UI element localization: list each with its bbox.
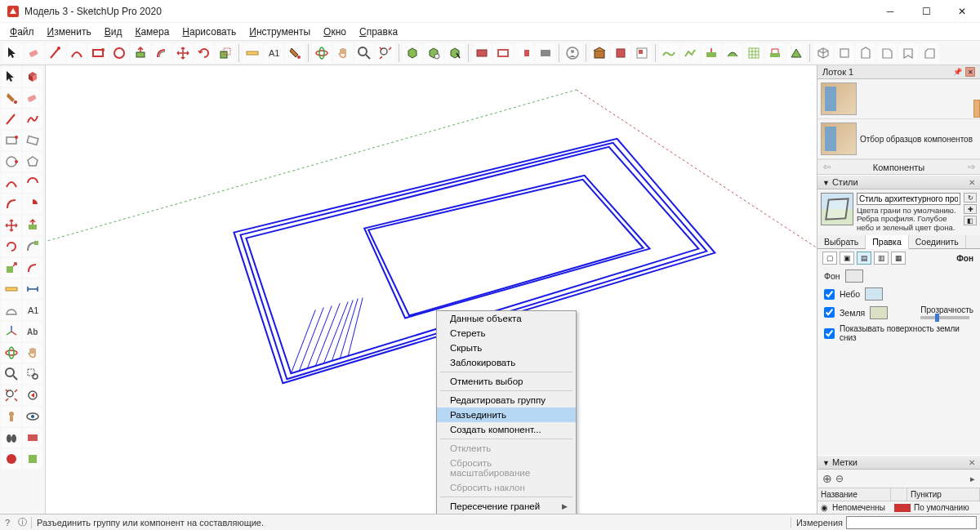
tool-offset[interactable] [152, 43, 172, 63]
tool-circle[interactable] [109, 43, 129, 63]
marks-row[interactable]: ◉ Непомеченны По умолчанию [817, 501, 980, 514]
tool-scale[interactable] [216, 43, 235, 63]
layout-icon[interactable] [632, 43, 652, 63]
side-section[interactable] [23, 428, 42, 448]
components-row-2[interactable]: Отбор образцов компонентов [817, 119, 980, 159]
tool-zoom-extents[interactable] [376, 43, 395, 63]
tool-pan[interactable] [333, 43, 353, 63]
ctx-edit-group[interactable]: Редактировать группу [437, 393, 576, 408]
side-axes[interactable] [2, 322, 21, 341]
tool-eraser[interactable] [24, 43, 44, 63]
tool-pushpull[interactable] [131, 43, 150, 63]
view-front-icon[interactable] [856, 43, 875, 63]
style-new-button[interactable]: ✚ [964, 204, 977, 214]
menu-tools[interactable]: Инструменты [243, 24, 317, 39]
sky-checkbox[interactable] [824, 289, 835, 300]
style-update-button[interactable]: ↻ [964, 193, 977, 203]
side-component-icon[interactable] [23, 67, 42, 87]
side-protractor[interactable] [2, 301, 21, 320]
side-pushpull[interactable] [23, 216, 42, 235]
style-thumbnail[interactable] [821, 193, 853, 225]
side-paint[interactable] [2, 88, 21, 108]
menu-camera[interactable]: Камера [128, 24, 176, 39]
tool-select[interactable] [3, 43, 23, 63]
dynamic-settings-icon[interactable] [424, 43, 443, 63]
watermark-button[interactable]: ▥ [874, 252, 889, 265]
side-previous[interactable] [23, 385, 42, 405]
side-pie[interactable] [23, 194, 42, 214]
menu-edit[interactable]: Изменить [41, 24, 98, 39]
warehouse-icon[interactable] [590, 43, 609, 63]
menu-draw[interactable]: Нарисовать [176, 24, 243, 39]
side-rotate[interactable] [2, 237, 21, 256]
ctx-hide[interactable]: Скрыть [437, 341, 576, 355]
menu-view[interactable]: Вид [98, 24, 129, 39]
side-offset[interactable] [23, 258, 42, 278]
pin-icon[interactable]: 📌 [953, 68, 962, 76]
dynamic-component-icon[interactable] [403, 43, 422, 63]
ground-checkbox[interactable] [824, 307, 835, 318]
edge-settings-button[interactable]: ▢ [822, 252, 837, 265]
side-zoomext[interactable] [2, 385, 21, 405]
dynamic-click-icon[interactable] [445, 43, 465, 63]
face-settings-button[interactable]: ▣ [840, 252, 854, 265]
ctx-entity-info[interactable]: Данные объекта [437, 311, 576, 326]
sandbox2-icon[interactable] [680, 43, 700, 63]
sky-color-swatch[interactable] [865, 287, 883, 301]
side-followme[interactable] [23, 237, 42, 256]
tab-edit[interactable]: Правка [866, 235, 908, 249]
tool-move[interactable] [173, 43, 193, 63]
bg-settings-button[interactable]: ▤ [857, 252, 871, 265]
tab-mix[interactable]: Соединить [909, 235, 966, 248]
info-icon[interactable]: ⓘ [15, 516, 29, 528]
measure-input[interactable] [846, 516, 977, 529]
side-extra2[interactable] [23, 449, 42, 469]
show-ground-checkbox[interactable] [824, 328, 835, 339]
sandbox7-icon[interactable] [786, 43, 806, 63]
tool-zoom[interactable] [354, 43, 374, 63]
remove-mark-button[interactable]: ⊖ [835, 473, 844, 484]
tab-select[interactable]: Выбрать [817, 235, 866, 248]
bg-color-swatch[interactable] [845, 269, 863, 283]
viewport[interactable]: Данные объекта Стереть Скрыть Заблокиров… [46, 65, 817, 514]
tray-close-button[interactable]: ✕ [965, 67, 975, 77]
close-button[interactable]: ✕ [944, 0, 980, 23]
side-polygon[interactable] [23, 152, 42, 171]
view-iso-icon[interactable] [813, 43, 833, 63]
side-look[interactable] [23, 407, 42, 426]
sandbox4-icon[interactable] [723, 43, 742, 63]
components-prev[interactable]: ⇦ [821, 162, 832, 172]
style-name-input[interactable] [857, 193, 960, 205]
ctx-explode[interactable]: Разъединить [437, 408, 576, 422]
side-zoomwin[interactable] [23, 364, 42, 384]
styles-close[interactable]: ✕ [969, 178, 975, 187]
side-circle[interactable] [2, 152, 21, 171]
ctx-lock[interactable]: Заблокировать [437, 355, 576, 370]
side-arc3[interactable] [2, 194, 21, 214]
section-fill-icon[interactable] [536, 43, 555, 63]
tool-rectangle[interactable] [88, 43, 108, 63]
components-next[interactable]: ⇨ [965, 162, 977, 172]
side-line[interactable] [2, 109, 21, 129]
view-back-icon[interactable] [898, 43, 918, 63]
marks-header[interactable]: ▼Метки ✕ [817, 455, 980, 470]
marks-menu-button[interactable]: ▸ [970, 474, 975, 484]
ctx-intersect[interactable]: Пересечение граней▶ [437, 499, 576, 514]
marks-close[interactable]: ✕ [969, 458, 975, 467]
components-row-1[interactable] [817, 79, 980, 119]
ctx-make-component[interactable]: Создать компонент... [437, 422, 576, 437]
ctx-deselect[interactable]: Отменить выбор [437, 374, 576, 389]
side-extra1[interactable] [2, 449, 21, 469]
side-rectangle[interactable] [2, 131, 21, 150]
menu-file[interactable]: Файл [3, 24, 41, 39]
side-select[interactable] [2, 67, 21, 87]
transparency-slider[interactable] [920, 316, 969, 319]
help-icon[interactable]: ? [0, 518, 15, 528]
side-pan[interactable] [23, 343, 42, 363]
style-mix-button[interactable]: ◧ [964, 216, 977, 225]
maximize-button[interactable]: ☐ [908, 0, 944, 23]
view-left-icon[interactable] [920, 43, 939, 63]
model-settings-button[interactable]: ▦ [891, 252, 906, 265]
side-zoom[interactable] [2, 364, 21, 384]
side-3dtext[interactable]: Ab [23, 322, 42, 341]
